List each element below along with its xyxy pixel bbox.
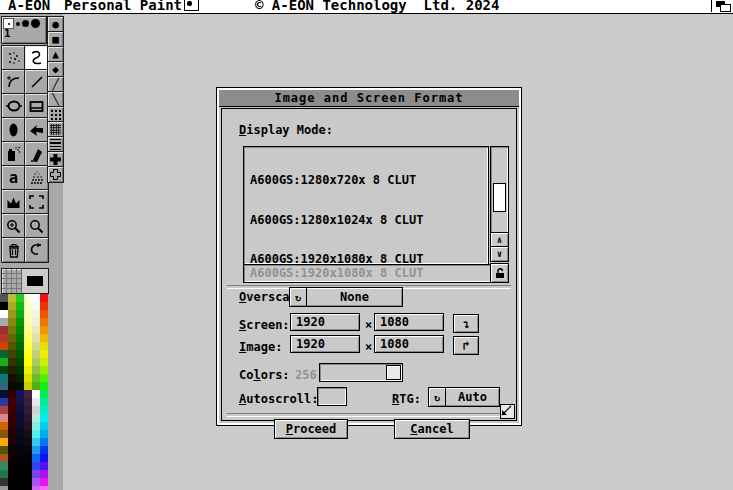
palette-swatch[interactable] [16,294,24,302]
palette-swatch[interactable] [0,342,8,350]
palette-swatch[interactable] [40,374,48,382]
palette-swatch[interactable] [40,454,48,462]
palette-swatch[interactable] [8,422,16,430]
palette-swatch[interactable] [32,342,40,350]
palette-swatch[interactable] [24,326,32,334]
palette-swatch[interactable] [40,326,48,334]
image-height-input[interactable] [375,336,443,352]
line-tool[interactable] [24,69,49,95]
palette-swatch[interactable] [8,486,16,490]
palette-swatch[interactable] [16,358,24,366]
palette-swatch[interactable] [32,366,40,374]
palette-swatch[interactable] [16,302,24,310]
palette-swatch[interactable] [0,310,8,318]
palette-swatch[interactable] [0,454,8,462]
palette-swatch[interactable] [32,294,40,302]
palette-swatch[interactable] [0,358,8,366]
spray-tool[interactable] [1,141,26,167]
brush-size-selector[interactable]: 1 [1,16,47,44]
palette-swatch[interactable] [24,294,32,302]
palette-swatch[interactable] [40,398,48,406]
palette-swatch[interactable] [8,446,16,454]
palette-swatch[interactable] [32,486,40,490]
proceed-button[interactable]: Proceed [274,419,348,439]
scrollbar-thumb[interactable] [493,183,506,212]
palette-swatch[interactable] [24,302,32,310]
lock-mode-button[interactable] [490,263,509,283]
palette-swatch[interactable] [16,398,24,406]
palette-swatch[interactable] [24,422,32,430]
palette-swatch[interactable] [16,406,24,414]
palette-swatch[interactable] [32,358,40,366]
screen-depth-gadget[interactable] [711,0,733,12]
overscan-cycle-button[interactable]: ↻ None [289,287,403,307]
fill-tool[interactable] [24,141,49,167]
palette-swatch[interactable] [32,302,40,310]
color-palette[interactable] [0,294,48,490]
palette-swatch[interactable] [40,342,48,350]
palette-swatch[interactable] [0,422,8,430]
palette-swatch[interactable] [0,406,8,414]
palette-swatch[interactable] [24,438,32,446]
palette-swatch[interactable] [40,446,48,454]
palette-swatch[interactable] [32,382,40,390]
palette-swatch[interactable] [8,390,16,398]
palette-swatch[interactable] [32,398,40,406]
color-replace-tool[interactable] [1,189,26,215]
brush-size-4-icon[interactable] [31,19,40,28]
palette-swatch[interactable] [16,422,24,430]
palette-swatch[interactable] [24,382,32,390]
palette-swatch[interactable] [24,358,32,366]
palette-swatch[interactable] [32,422,40,430]
palette-swatch[interactable] [8,382,16,390]
palette-swatch[interactable] [32,414,40,422]
palette-swatch[interactable] [16,486,24,490]
palette-swatch[interactable] [16,342,24,350]
palette-swatch[interactable] [32,454,40,462]
palette-swatch[interactable] [40,390,48,398]
palette-swatch[interactable] [32,470,40,478]
palette-swatch[interactable] [16,374,24,382]
circle-tool[interactable] [1,93,26,119]
palette-swatch[interactable] [32,478,40,486]
palette-swatch[interactable] [0,334,8,342]
palette-swatch[interactable] [0,294,8,302]
dither-tool[interactable] [24,165,49,191]
colors-slider[interactable] [319,363,403,382]
palette-swatch[interactable] [32,446,40,454]
palette-swatch[interactable] [16,382,24,390]
palette-swatch[interactable] [16,454,24,462]
palette-swatch[interactable] [8,310,16,318]
palette-swatch[interactable] [40,470,48,478]
palette-swatch[interactable] [24,430,32,438]
palette-swatch[interactable] [8,398,16,406]
palette-swatch[interactable] [8,342,16,350]
screen-width-input[interactable] [291,314,359,330]
palette-swatch[interactable] [0,470,8,478]
palette-swatch[interactable] [24,478,32,486]
palette-swatch[interactable] [0,430,8,438]
palette-swatch[interactable] [40,406,48,414]
box-tool[interactable] [24,93,49,119]
palette-swatch[interactable] [8,334,16,342]
palette-swatch[interactable] [32,390,40,398]
palette-swatch[interactable] [8,374,16,382]
palette-swatch[interactable] [16,430,24,438]
palette-swatch[interactable] [16,478,24,486]
palette-swatch[interactable] [24,310,32,318]
palette-swatch[interactable] [16,326,24,334]
palette-swatch[interactable] [0,438,8,446]
palette-swatch[interactable] [0,318,8,326]
palette-swatch[interactable] [0,350,8,358]
palette-swatch[interactable] [16,334,24,342]
palette-swatch[interactable] [40,422,48,430]
palette-swatch[interactable] [40,438,48,446]
palette-swatch[interactable] [8,358,16,366]
mode-list-item[interactable]: A600GS:1280x720x 8 CLUT [244,175,488,187]
copy-screen-to-image-button[interactable]: ↴ [453,314,479,333]
copy-image-to-screen-button[interactable]: ↱ [453,336,479,355]
palette-swatch[interactable] [40,334,48,342]
palette-swatch[interactable] [16,390,24,398]
palette-swatch[interactable] [24,398,32,406]
palette-swatch[interactable] [24,406,32,414]
